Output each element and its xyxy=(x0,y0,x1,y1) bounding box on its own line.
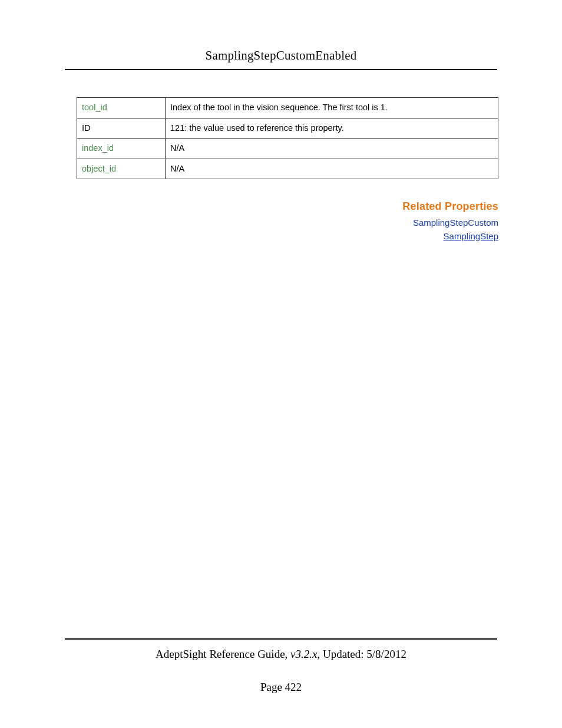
header-divider xyxy=(65,69,497,70)
footer-version: , v3.2.x xyxy=(285,648,318,660)
footer-updated-date: 5/8/2012 xyxy=(366,648,406,660)
footer-text: AdeptSight Reference Guide, v3.2.x, Upda… xyxy=(65,648,497,661)
param-key: object_id xyxy=(77,159,166,179)
table-row: ID 121: the value used to reference this… xyxy=(77,118,498,139)
related-properties-section: Related Properties SamplingStepCustom Sa… xyxy=(77,200,498,243)
footer-divider xyxy=(65,638,497,640)
param-value: N/A xyxy=(166,159,498,179)
related-properties-heading: Related Properties xyxy=(77,200,498,213)
param-key: index_id xyxy=(77,139,166,159)
table-row: index_id N/A xyxy=(77,139,498,159)
main-content: tool_id Index of the tool in the vision … xyxy=(77,97,498,243)
table-row: object_id N/A xyxy=(77,159,498,179)
table-row: tool_id Index of the tool in the vision … xyxy=(77,98,498,118)
param-value: 121: the value used to reference this pr… xyxy=(166,118,498,139)
related-link-samplingstepcustom[interactable]: SamplingStepCustom xyxy=(413,218,498,228)
page-header: SamplingStepCustomEnabled xyxy=(65,48,497,75)
parameters-table: tool_id Index of the tool in the vision … xyxy=(77,97,498,179)
page-footer: AdeptSight Reference Guide, v3.2.x, Upda… xyxy=(65,638,497,694)
page-title: SamplingStepCustomEnabled xyxy=(65,48,497,63)
param-key: tool_id xyxy=(77,98,166,118)
page-number: Page 422 xyxy=(65,681,497,694)
param-value: Index of the tool in the vision sequence… xyxy=(166,98,498,118)
related-link-samplingstep[interactable]: SamplingStep xyxy=(444,231,498,241)
param-value: N/A xyxy=(166,139,498,159)
footer-guide-name: AdeptSight Reference Guide xyxy=(156,648,285,660)
related-properties-links: SamplingStepCustom SamplingStep xyxy=(77,216,498,243)
param-key: ID xyxy=(77,118,166,139)
footer-updated-prefix: , Updated: xyxy=(317,648,366,660)
